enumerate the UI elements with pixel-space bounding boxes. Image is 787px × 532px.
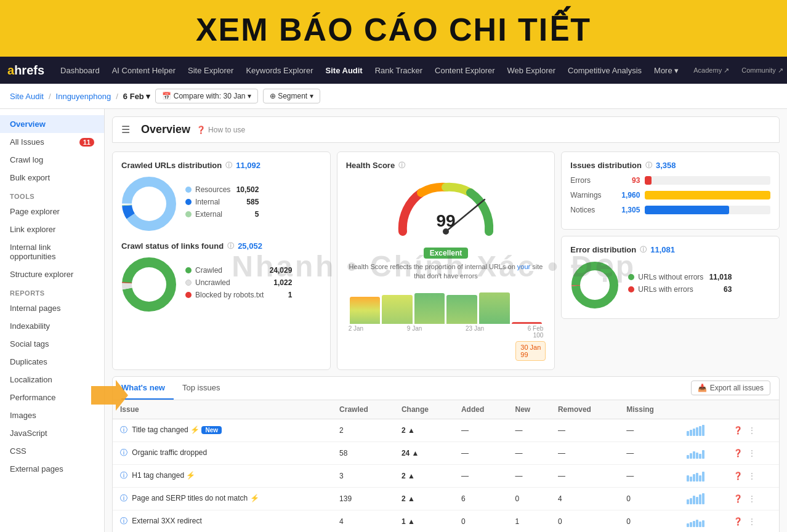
nav-web-explorer[interactable]: Web Explorer: [502, 63, 561, 78]
crawl-status-title: Crawl status of links found ⓘ 25,052: [121, 241, 321, 251]
info-icon: ⓘ: [120, 448, 127, 457]
issue-name[interactable]: External 3XX redirect: [132, 517, 201, 525]
nav-dashboard[interactable]: Dashboard: [55, 63, 105, 78]
help-icon[interactable]: ❓: [733, 517, 743, 526]
change-val: 2 ▲: [394, 419, 454, 441]
help-icon[interactable]: ❓: [733, 494, 743, 503]
issue-name[interactable]: Page and SERP titles do not match ⚡: [132, 494, 259, 502]
more-icon[interactable]: ⋮: [748, 426, 756, 435]
nav-academy[interactable]: Academy ↗: [688, 64, 734, 77]
breadcrumb-sep1: /: [49, 92, 51, 101]
sidebar-localization-label: Localization: [10, 375, 52, 384]
sidebar-item-external-pages[interactable]: External pages: [0, 460, 104, 478]
removed-val: —: [551, 419, 619, 441]
sidebar-item-social-tags[interactable]: Social tags: [0, 335, 104, 353]
nav-site-audit[interactable]: Site Audit: [321, 63, 368, 78]
crawled-val: 3: [332, 464, 394, 487]
legend-urls-no-errors: URLs without errors 11,018: [628, 273, 732, 281]
all-issues-badge: 11: [79, 138, 94, 147]
new-val: 0: [507, 487, 550, 510]
export-all-button[interactable]: 📥 Export all issues: [691, 381, 770, 395]
more-icon[interactable]: ⋮: [748, 449, 756, 457]
table-row: ⓘ External 3XX redirect 4 1 ▲ 0 1 0 0 ❓ …: [113, 510, 779, 532]
sidebar-item-crawl-log[interactable]: Crawl log: [0, 151, 104, 169]
removed-val: —: [551, 464, 619, 487]
sidebar-item-duplicates[interactable]: Duplicates: [0, 353, 104, 371]
health-score-title: Health Score ⓘ: [346, 161, 546, 170]
tab-top-issues[interactable]: Top issues: [182, 377, 228, 400]
help-icon[interactable]: ❓: [733, 449, 743, 457]
legend-external: External 5: [185, 210, 259, 219]
health-score-badge: Excellent: [424, 248, 469, 259]
compare-button[interactable]: 📅 Compare with: 30 Jan ▾: [155, 89, 257, 103]
sidebar-external-pages-label: External pages: [10, 464, 63, 474]
nav-competitive[interactable]: Competitive Analysis: [563, 63, 647, 78]
removed-val: 0: [551, 510, 619, 532]
sidebar-item-indexability[interactable]: Indexability: [0, 317, 104, 335]
sidebar-item-bulk-export[interactable]: Bulk export: [0, 169, 104, 187]
nav-more[interactable]: More ▾: [649, 63, 684, 78]
how-to-use-link[interactable]: ❓ How to use: [196, 126, 245, 134]
help-icon[interactable]: ❓: [733, 426, 743, 435]
logo[interactable]: ahrefs: [7, 63, 44, 78]
sidebar-item-performance[interactable]: Performance: [0, 389, 104, 406]
issue-name[interactable]: Organic traffic dropped: [132, 448, 207, 457]
overview-title: Overview: [141, 123, 190, 136]
sidebar-item-page-explorer[interactable]: Page explorer: [0, 203, 104, 220]
mini-chart-cell: [679, 441, 726, 464]
issues-dist-count: 3,358: [656, 161, 676, 170]
sidebar-item-images[interactable]: Images: [0, 406, 104, 424]
issues-dist-panel: Issues distribution ⓘ 3,358 Errors 93 Wa…: [561, 151, 780, 230]
missing-val: 0: [619, 510, 679, 532]
more-icon[interactable]: ⋮: [748, 472, 756, 480]
error-dist-info[interactable]: ⓘ: [640, 245, 647, 254]
help-icon[interactable]: ❓: [733, 472, 743, 480]
issues-table: Issue Crawled Change Added New Removed M…: [113, 400, 779, 532]
health-score-info[interactable]: ⓘ: [398, 161, 405, 170]
tab-whats-new[interactable]: What's new: [121, 377, 174, 400]
nav-community[interactable]: Community ↗: [737, 64, 787, 77]
nav-content-explorer[interactable]: Content Explorer: [430, 63, 500, 78]
error-dist-legend: URLs without errors 11,018 URLs with err…: [628, 273, 732, 297]
error-dist-panel: Error distribution ⓘ 11,081: [561, 236, 780, 319]
nav-ai-content[interactable]: AI Content Helper: [107, 63, 180, 78]
sidebar-item-overview[interactable]: Overview: [0, 115, 104, 133]
change-val: 2 ▲: [394, 464, 454, 487]
change-val: 1 ▲: [394, 510, 454, 532]
nav-rank-tracker[interactable]: Rank Tracker: [370, 63, 427, 78]
crawled-urls-info[interactable]: ⓘ: [225, 161, 232, 170]
nav-keywords-explorer[interactable]: Keywords Explorer: [241, 63, 318, 78]
row-actions: ❓ ⋮: [726, 510, 779, 532]
col-crawled: Crawled: [332, 400, 394, 419]
mini-chart: [687, 493, 719, 504]
crawled-urls-count: 11,092: [236, 161, 260, 170]
issues-dist-info[interactable]: ⓘ: [645, 161, 652, 170]
sidebar-item-link-explorer[interactable]: Link explorer: [0, 220, 104, 238]
crawl-status-info[interactable]: ⓘ: [227, 241, 234, 251]
sidebar-item-localization[interactable]: Localization: [0, 371, 104, 389]
overview-header: ☰ Overview ❓ How to use: [112, 116, 780, 143]
issue-name[interactable]: H1 tag changed ⚡: [132, 471, 195, 480]
col-actions: [726, 400, 779, 419]
issue-name[interactable]: Title tag changed ⚡: [132, 425, 200, 434]
hamburger-icon[interactable]: ☰: [121, 124, 130, 135]
breadcrumb-date[interactable]: 6 Feb ▾: [123, 92, 151, 101]
segment-button[interactable]: ⊕ Segment ▾: [263, 89, 320, 103]
sidebar-item-css[interactable]: CSS: [0, 442, 104, 460]
sidebar-arrow: [91, 380, 128, 413]
legend-internal: Internal 585: [185, 198, 259, 206]
sidebar-item-internal-pages[interactable]: Internal pages: [0, 299, 104, 317]
sidebar-item-all-issues[interactable]: All Issues 11: [0, 133, 104, 151]
row-actions: ❓ ⋮: [726, 441, 779, 464]
legend-uncrawled: Uncrawled 1,022: [185, 278, 292, 287]
more-icon[interactable]: ⋮: [748, 517, 756, 526]
sidebar-item-internal-link-opp[interactable]: Internal link opportunities: [0, 238, 104, 265]
breadcrumb-project[interactable]: Innguyenphong: [56, 92, 111, 101]
sidebar-item-javascript[interactable]: JavaScript: [0, 424, 104, 442]
sidebar-item-structure-explorer[interactable]: Structure explorer: [0, 265, 104, 283]
nav-site-explorer[interactable]: Site Explorer: [183, 63, 238, 78]
breadcrumb-site-audit[interactable]: Site Audit: [10, 92, 44, 101]
health-score-content: 99 Excellent Health Score reflects the p…: [346, 176, 546, 361]
more-icon[interactable]: ⋮: [748, 494, 756, 503]
added-val: —: [454, 441, 508, 464]
